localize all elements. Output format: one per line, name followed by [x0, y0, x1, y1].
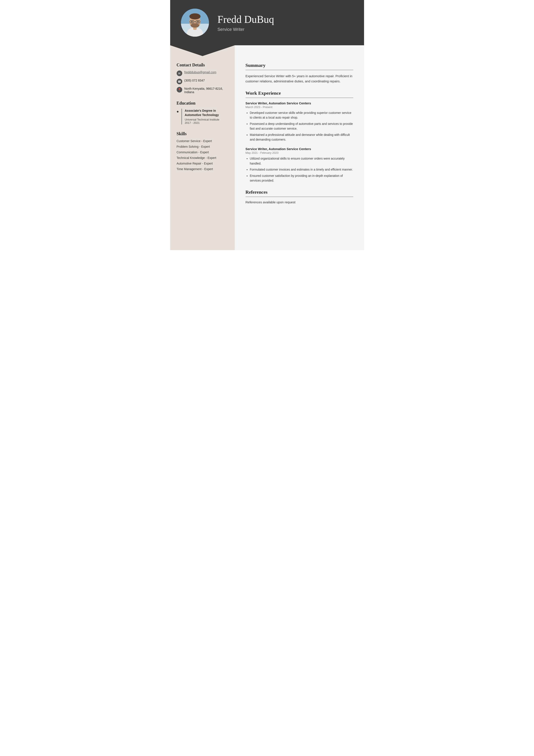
- job-block: Service Writer, Autonation Service Cente…: [245, 147, 353, 183]
- skills-section: Skills Customer Service - ExpertProblem …: [177, 131, 228, 171]
- location-icon: 📍: [177, 87, 182, 93]
- education-section-title: Education: [177, 101, 228, 106]
- skills-list: Customer Service - ExpertProblem Solving…: [177, 139, 228, 171]
- phone-value: (305) 072 8347: [184, 79, 205, 82]
- svg-point-6: [191, 23, 199, 28]
- skills-section-title: Skills: [177, 131, 228, 136]
- svg-point-5: [189, 14, 201, 19]
- job-title: Service Writer: [217, 27, 274, 32]
- full-name: Fredd DuBuq: [217, 14, 274, 25]
- job-bullets: Utilized organizational skills to ensure…: [245, 156, 353, 183]
- main-layout: Contact Details ✉ fredddubuq@gmail.com ☎…: [170, 56, 364, 250]
- edu-years: 2017 - 2021: [185, 121, 228, 124]
- summary-text: Experienced Service Writer with 5+ years…: [245, 73, 353, 84]
- svg-point-11: [197, 21, 199, 22]
- job-bullet-item: Formulated customer invoices and estimat…: [250, 167, 353, 172]
- job-bullet-item: Utilized organizational skills to ensure…: [250, 156, 353, 166]
- decoration-row: [170, 45, 364, 56]
- edu-degree: Associate's Degree in Automotive Technol…: [185, 109, 228, 117]
- summary-title: Summary: [245, 63, 353, 68]
- skill-item: Customer Service - Expert: [177, 139, 228, 143]
- contact-email: ✉ fredddubuq@gmail.com: [177, 70, 228, 76]
- education-item: ● Associate's Degree in Automotive Techn…: [177, 109, 228, 124]
- sidebar: Contact Details ✉ fredddubuq@gmail.com ☎…: [170, 56, 235, 250]
- job-title-text: Service Writer, Autonation Service Cente…: [245, 147, 353, 151]
- email-icon: ✉: [177, 70, 182, 76]
- header-text: Fredd DuBuq Service Writer: [217, 14, 274, 32]
- edu-bullet-icon: ●: [177, 109, 179, 124]
- jobs-list: Service Writer, Autonation Service Cente…: [245, 101, 353, 183]
- decoration-right: [235, 45, 364, 56]
- job-bullet-item: Ensured customer satisfaction by providi…: [250, 174, 353, 183]
- location-value: North Kenyatta, 96617-8216, Indiana: [184, 87, 228, 94]
- svg-point-10: [191, 21, 192, 22]
- summary-divider: [245, 70, 353, 70]
- summary-section: Summary Experienced Service Writer with …: [245, 63, 353, 84]
- skill-item: Communication - Expert: [177, 150, 228, 154]
- experience-title: Work Experience: [245, 90, 353, 96]
- contact-section: Contact Details ✉ fredddubuq@gmail.com ☎…: [177, 63, 228, 94]
- contact-phone: ☎ (305) 072 8347: [177, 79, 228, 84]
- job-bullet-item: Possessed a deep understanding of automo…: [250, 122, 353, 131]
- education-section: Education ● Associate's Degree in Automo…: [177, 101, 228, 124]
- skill-item: Technical Knowledge - Expert: [177, 156, 228, 160]
- skill-item: Problem Solving - Expert: [177, 145, 228, 148]
- skill-item: Automotive Repair - Expert: [177, 162, 228, 165]
- job-bullet-item: Developed customer service skills while …: [250, 110, 353, 120]
- decoration-left: [170, 45, 235, 56]
- content-area: Summary Experienced Service Writer with …: [235, 56, 364, 250]
- avatar: [181, 9, 209, 37]
- job-block: Service Writer, Autonation Service Cente…: [245, 101, 353, 142]
- phone-icon: ☎: [177, 79, 182, 84]
- job-bullets: Developed customer service skills while …: [245, 110, 353, 142]
- resume-header: Fredd DuBuq Service Writer: [170, 0, 364, 45]
- job-bullet-item: Maintained a professional attitude and d…: [250, 132, 353, 142]
- job-title-text: Service Writer, Autonation Service Cente…: [245, 101, 353, 105]
- references-text: References available upon request: [245, 200, 353, 204]
- edu-school: Universal Technical Institute: [185, 118, 228, 121]
- references-section: References References available upon req…: [245, 189, 353, 204]
- job-period: March 2023 - Present: [245, 105, 353, 109]
- triangle-decoration: [170, 45, 235, 56]
- edu-content: Associate's Degree in Automotive Technol…: [181, 109, 228, 124]
- job-period: May 2021 - February 2023: [245, 151, 353, 154]
- email-value[interactable]: fredddubuq@gmail.com: [184, 70, 216, 74]
- references-title: References: [245, 189, 353, 195]
- references-divider: [245, 197, 353, 197]
- experience-section: Work Experience Service Writer, Autonati…: [245, 90, 353, 183]
- contact-location: 📍 North Kenyatta, 96617-8216, Indiana: [177, 87, 228, 94]
- contact-section-title: Contact Details: [177, 63, 228, 68]
- skill-item: Time Management - Expert: [177, 167, 228, 171]
